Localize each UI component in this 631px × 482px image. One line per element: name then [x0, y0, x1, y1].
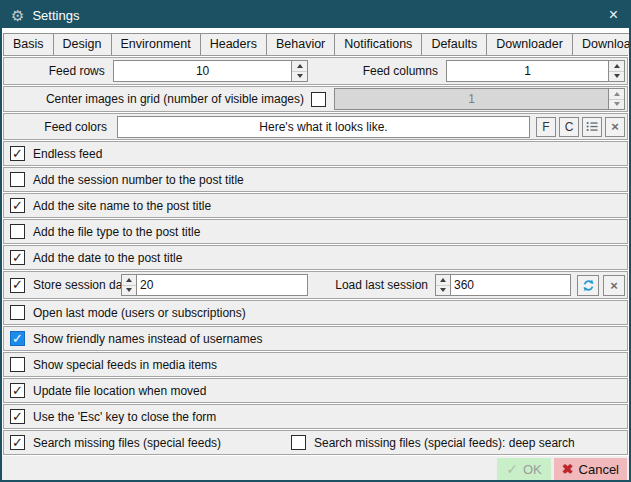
cancel-label: Cancel	[579, 462, 619, 477]
feed-columns-stepper	[446, 60, 625, 82]
feed-columns-label: Feed columns	[328, 64, 438, 78]
ok-label: OK	[523, 462, 542, 477]
tab-behavior[interactable]: Behavior	[266, 33, 335, 55]
tab-defaults[interactable]: Defaults	[421, 33, 487, 55]
row-esc-close: Use the 'Esc' key to close the form	[3, 404, 628, 429]
cancel-button[interactable]: ✖ Cancel	[554, 458, 627, 480]
store-session-stepper	[121, 274, 308, 296]
spin-up-button[interactable]	[436, 275, 450, 285]
spin-down-button[interactable]	[436, 285, 450, 296]
special-feeds-label: Show special feeds in media items	[33, 358, 217, 372]
load-last-session-stepper	[435, 274, 571, 296]
row-search-missing: Search missing files (special feeds) Sea…	[3, 430, 628, 455]
row-file-type-title: Add the file type to the post title	[3, 219, 628, 244]
tab-environment[interactable]: Environment	[111, 33, 201, 55]
feed-rows-label: Feed rows	[4, 64, 105, 78]
tab-notifications[interactable]: Notifications	[334, 33, 422, 55]
spin-down-button[interactable]	[609, 71, 624, 82]
row-endless-feed: Endless feed	[3, 141, 628, 166]
feed-colors-preview-input[interactable]	[118, 117, 529, 137]
row-center-images: Center images in grid (number of visible…	[3, 86, 628, 112]
row-open-last-mode: Open last mode (users or subscriptions)	[3, 300, 628, 325]
row-feed-colors: Feed colors F C ×	[3, 113, 628, 140]
endless-feed-checkbox[interactable]	[10, 146, 25, 161]
title-bar: ⚙ Settings ×	[2, 2, 629, 28]
clear-feed-colors-button[interactable]: ×	[605, 117, 625, 137]
session-number-title-checkbox[interactable]	[10, 172, 25, 187]
feed-colors-label: Feed colors	[4, 120, 107, 134]
reload-session-button[interactable]	[577, 275, 599, 296]
settings-window: ⚙ Settings × Basis Design Environment He…	[0, 0, 631, 482]
ok-check-icon: ✓	[506, 461, 518, 477]
feed-rows-input[interactable]	[114, 61, 292, 81]
spin-down-button[interactable]	[292, 71, 307, 82]
search-missing-label: Search missing files (special feeds)	[33, 436, 291, 450]
spin-down-button[interactable]	[122, 285, 136, 296]
row-session-data: Store session data Load last session	[3, 271, 628, 299]
spin-up-button[interactable]	[122, 275, 136, 285]
tab-downloader[interactable]: Downloader	[486, 33, 573, 55]
update-file-location-label: Update file location when moved	[33, 384, 206, 398]
refresh-icon	[582, 279, 595, 292]
tab-headers[interactable]: Headers	[200, 33, 267, 55]
spin-up-button	[609, 89, 624, 99]
center-images-input	[335, 89, 608, 109]
row-site-name-title: Add the site name to the post title	[3, 193, 628, 218]
esc-close-label: Use the 'Esc' key to close the form	[33, 410, 216, 424]
close-icon[interactable]: ×	[607, 7, 620, 23]
row-friendly-names: Show friendly names instead of usernames	[3, 326, 628, 351]
friendly-names-checkbox[interactable]	[10, 331, 25, 346]
bullet-list-icon	[586, 121, 598, 132]
load-last-session-input[interactable]	[451, 275, 570, 295]
tab-design[interactable]: Design	[53, 33, 112, 55]
list-button[interactable]	[582, 117, 602, 137]
file-type-title-checkbox[interactable]	[10, 224, 25, 239]
special-feeds-checkbox[interactable]	[10, 357, 25, 372]
spin-up-button[interactable]	[609, 61, 624, 71]
search-missing-deep-label: Search missing files (special feeds): de…	[314, 436, 575, 450]
spin-down-button	[609, 99, 624, 110]
store-session-input[interactable]	[137, 275, 307, 295]
open-last-mode-label: Open last mode (users or subscriptions)	[33, 306, 246, 320]
store-session-checkbox[interactable]	[10, 278, 25, 293]
clear-x-icon: ×	[611, 119, 619, 134]
date-title-checkbox[interactable]	[10, 250, 25, 265]
tab-downloading[interactable]: Downloading	[572, 33, 631, 55]
tab-basis[interactable]: Basis	[3, 33, 54, 55]
window-title: Settings	[32, 8, 79, 23]
search-missing-deep-checkbox[interactable]	[291, 435, 306, 450]
gear-icon: ⚙	[11, 8, 24, 23]
row-session-number-title: Add the session number to the post title	[3, 167, 628, 192]
cancel-x-icon: ✖	[562, 461, 574, 477]
load-last-session-label: Load last session	[326, 278, 428, 292]
clear-x-icon: ×	[610, 278, 618, 293]
clear-session-button[interactable]: ×	[603, 275, 625, 296]
file-type-title-label: Add the file type to the post title	[33, 225, 200, 239]
row-update-file-location: Update file location when moved	[3, 378, 628, 403]
center-images-stepper	[334, 88, 625, 110]
search-missing-checkbox[interactable]	[10, 435, 25, 450]
feed-rows-stepper	[113, 60, 309, 82]
update-file-location-checkbox[interactable]	[10, 383, 25, 398]
site-name-title-checkbox[interactable]	[10, 198, 25, 213]
feed-settings-content: Feed rows Feed columns Center images in …	[2, 56, 629, 456]
center-images-label: Center images in grid (number of visible…	[4, 92, 304, 106]
site-name-title-label: Add the site name to the post title	[33, 199, 211, 213]
tab-bar: Basis Design Environment Headers Behavio…	[2, 28, 629, 55]
feed-columns-input[interactable]	[447, 61, 608, 81]
ok-button[interactable]: ✓ OK	[497, 458, 551, 480]
store-session-label: Store session data	[33, 278, 121, 292]
feed-colors-preview	[117, 116, 530, 138]
footer-bar: ✓ OK ✖ Cancel	[2, 456, 629, 482]
center-images-checkbox[interactable]	[311, 92, 326, 107]
row-special-feeds: Show special feeds in media items	[3, 352, 628, 377]
row-date-title: Add the date to the post title	[3, 245, 628, 270]
esc-close-checkbox[interactable]	[10, 409, 25, 424]
friendly-names-label: Show friendly names instead of usernames	[33, 332, 262, 346]
row-feed-grid: Feed rows Feed columns	[3, 57, 628, 85]
session-number-title-label: Add the session number to the post title	[33, 173, 244, 187]
font-button[interactable]: F	[536, 117, 556, 137]
spin-up-button[interactable]	[292, 61, 307, 71]
open-last-mode-checkbox[interactable]	[10, 305, 25, 320]
color-button[interactable]: C	[559, 117, 579, 137]
